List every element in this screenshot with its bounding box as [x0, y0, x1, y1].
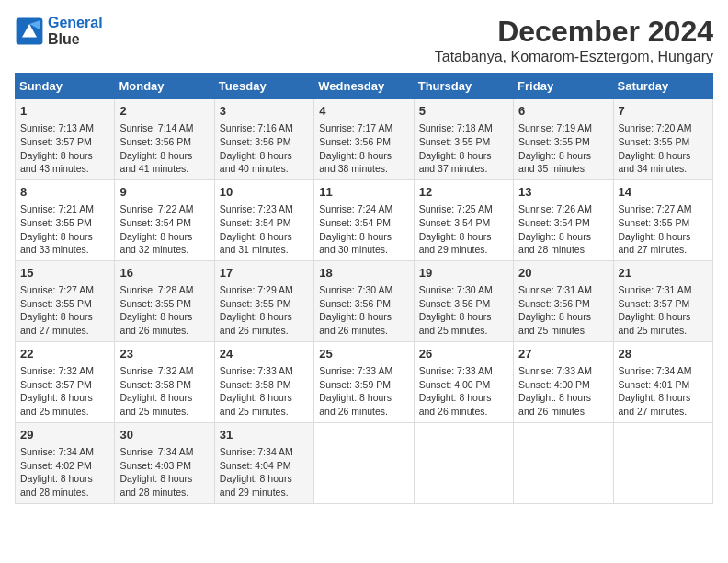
- calendar-cell: [613, 422, 712, 503]
- daylight: Daylight: 8 hours and 25 minutes.: [518, 311, 591, 336]
- sunrise: Sunrise: 7:33 AM: [220, 365, 293, 376]
- calendar-cell: 16Sunrise: 7:28 AMSunset: 3:55 PMDayligh…: [115, 260, 214, 341]
- day-number: 30: [119, 427, 209, 443]
- sunset: Sunset: 3:54 PM: [220, 217, 291, 228]
- sunrise: Sunrise: 7:27 AM: [20, 284, 94, 295]
- calendar-cell: 10Sunrise: 7:23 AMSunset: 3:54 PMDayligh…: [214, 179, 313, 260]
- day-number: 15: [20, 265, 109, 282]
- day-number: 22: [20, 346, 109, 362]
- sunrise: Sunrise: 7:33 AM: [419, 365, 493, 376]
- sunset: Sunset: 3:54 PM: [319, 217, 391, 228]
- day-number: 19: [419, 265, 508, 282]
- sunrise: Sunrise: 7:34 AM: [119, 446, 193, 457]
- day-number: 14: [619, 184, 708, 201]
- calendar-cell: 27Sunrise: 7:33 AMSunset: 4:00 PMDayligh…: [514, 341, 613, 422]
- day-number: 3: [220, 103, 309, 120]
- day-number: 2: [119, 103, 209, 120]
- calendar-cell: [414, 422, 513, 503]
- sunset: Sunset: 3:55 PM: [419, 136, 491, 147]
- sunrise: Sunrise: 7:25 AM: [419, 203, 493, 214]
- sunset: Sunset: 3:54 PM: [518, 217, 590, 228]
- calendar-cell: 17Sunrise: 7:29 AMSunset: 3:55 PMDayligh…: [214, 260, 313, 341]
- sunrise: Sunrise: 7:32 AM: [20, 365, 94, 376]
- logo-text: General Blue: [48, 15, 103, 48]
- daylight: Daylight: 8 hours and 37 minutes.: [419, 150, 492, 175]
- sunset: Sunset: 4:03 PM: [119, 460, 191, 471]
- sunrise: Sunrise: 7:31 AM: [619, 284, 692, 295]
- header-saturday: Saturday: [613, 74, 712, 99]
- sunset: Sunset: 3:55 PM: [220, 298, 291, 309]
- sunset: Sunset: 4:01 PM: [619, 379, 690, 390]
- calendar-cell: 22Sunrise: 7:32 AMSunset: 3:57 PMDayligh…: [16, 341, 115, 422]
- sunrise: Sunrise: 7:33 AM: [319, 365, 392, 376]
- day-number: 16: [119, 265, 209, 282]
- day-number: 7: [619, 103, 708, 120]
- calendar-week-row: 15Sunrise: 7:27 AMSunset: 3:55 PMDayligh…: [16, 260, 713, 341]
- sunrise: Sunrise: 7:17 AM: [319, 122, 392, 133]
- daylight: Daylight: 8 hours and 27 minutes.: [20, 311, 93, 336]
- sunrise: Sunrise: 7:34 AM: [220, 446, 293, 457]
- sunset: Sunset: 3:57 PM: [20, 136, 92, 147]
- calendar-cell: 5Sunrise: 7:18 AMSunset: 3:55 PMDaylight…: [414, 99, 513, 180]
- calendar-cell: 3Sunrise: 7:16 AMSunset: 3:56 PMDaylight…: [214, 99, 313, 180]
- sunset: Sunset: 3:55 PM: [20, 217, 92, 228]
- calendar-cell: 28Sunrise: 7:34 AMSunset: 4:01 PMDayligh…: [613, 341, 712, 422]
- daylight: Daylight: 8 hours and 30 minutes.: [319, 231, 392, 256]
- calendar-cell: 12Sunrise: 7:25 AMSunset: 3:54 PMDayligh…: [414, 179, 513, 260]
- sunset: Sunset: 3:55 PM: [20, 298, 92, 309]
- daylight: Daylight: 8 hours and 25 minutes.: [419, 311, 492, 336]
- day-number: 26: [419, 346, 508, 362]
- sunrise: Sunrise: 7:34 AM: [20, 446, 94, 457]
- calendar-cell: 1Sunrise: 7:13 AMSunset: 3:57 PMDaylight…: [16, 99, 115, 180]
- daylight: Daylight: 8 hours and 41 minutes.: [119, 150, 192, 175]
- calendar-cell: 21Sunrise: 7:31 AMSunset: 3:57 PMDayligh…: [613, 260, 712, 341]
- calendar-cell: 23Sunrise: 7:32 AMSunset: 3:58 PMDayligh…: [115, 341, 214, 422]
- day-number: 1: [20, 103, 109, 120]
- calendar-cell: 11Sunrise: 7:24 AMSunset: 3:54 PMDayligh…: [314, 179, 414, 260]
- calendar-cell: 31Sunrise: 7:34 AMSunset: 4:04 PMDayligh…: [214, 422, 313, 503]
- day-number: 17: [220, 265, 309, 282]
- sunset: Sunset: 4:00 PM: [419, 379, 491, 390]
- daylight: Daylight: 8 hours and 31 minutes.: [220, 231, 292, 256]
- calendar-cell: 8Sunrise: 7:21 AMSunset: 3:55 PMDaylight…: [16, 179, 115, 260]
- sunrise: Sunrise: 7:30 AM: [319, 284, 392, 295]
- calendar-cell: 26Sunrise: 7:33 AMSunset: 4:00 PMDayligh…: [414, 341, 513, 422]
- sunrise: Sunrise: 7:31 AM: [518, 284, 592, 295]
- sunset: Sunset: 3:56 PM: [220, 136, 291, 147]
- sunrise: Sunrise: 7:22 AM: [119, 203, 193, 214]
- calendar-week-row: 29Sunrise: 7:34 AMSunset: 4:02 PMDayligh…: [16, 422, 713, 503]
- calendar-week-row: 22Sunrise: 7:32 AMSunset: 3:57 PMDayligh…: [16, 341, 713, 422]
- day-number: 18: [319, 265, 408, 282]
- day-number: 5: [419, 103, 508, 120]
- daylight: Daylight: 8 hours and 26 minutes.: [518, 392, 591, 417]
- sunrise: Sunrise: 7:28 AM: [119, 284, 193, 295]
- sunrise: Sunrise: 7:30 AM: [419, 284, 493, 295]
- sunset: Sunset: 3:59 PM: [319, 379, 391, 390]
- sunrise: Sunrise: 7:21 AM: [20, 203, 94, 214]
- sunrise: Sunrise: 7:23 AM: [220, 203, 293, 214]
- calendar-cell: 6Sunrise: 7:19 AMSunset: 3:55 PMDaylight…: [514, 99, 613, 180]
- calendar-table: SundayMondayTuesdayWednesdayThursdayFrid…: [15, 73, 713, 504]
- sunrise: Sunrise: 7:32 AM: [119, 365, 193, 376]
- daylight: Daylight: 8 hours and 26 minutes.: [419, 392, 492, 417]
- day-number: 8: [20, 184, 109, 201]
- calendar-cell: 2Sunrise: 7:14 AMSunset: 3:56 PMDaylight…: [115, 99, 214, 180]
- day-number: 20: [518, 265, 608, 282]
- daylight: Daylight: 8 hours and 38 minutes.: [319, 150, 392, 175]
- sunset: Sunset: 4:04 PM: [220, 460, 291, 471]
- daylight: Daylight: 8 hours and 28 minutes.: [119, 473, 192, 498]
- daylight: Daylight: 8 hours and 25 minutes.: [119, 392, 192, 417]
- sunrise: Sunrise: 7:20 AM: [619, 122, 692, 133]
- sunset: Sunset: 3:56 PM: [319, 136, 391, 147]
- sunrise: Sunrise: 7:34 AM: [619, 365, 692, 376]
- daylight: Daylight: 8 hours and 29 minutes.: [419, 231, 492, 256]
- calendar-cell: 15Sunrise: 7:27 AMSunset: 3:55 PMDayligh…: [16, 260, 115, 341]
- calendar-cell: 20Sunrise: 7:31 AMSunset: 3:56 PMDayligh…: [514, 260, 613, 341]
- calendar-cell: 30Sunrise: 7:34 AMSunset: 4:03 PMDayligh…: [115, 422, 214, 503]
- daylight: Daylight: 8 hours and 26 minutes.: [319, 392, 392, 417]
- daylight: Daylight: 8 hours and 28 minutes.: [20, 473, 93, 498]
- day-number: 6: [518, 103, 608, 120]
- day-number: 25: [319, 346, 408, 362]
- calendar-week-row: 1Sunrise: 7:13 AMSunset: 3:57 PMDaylight…: [16, 99, 713, 180]
- sunset: Sunset: 3:54 PM: [119, 217, 191, 228]
